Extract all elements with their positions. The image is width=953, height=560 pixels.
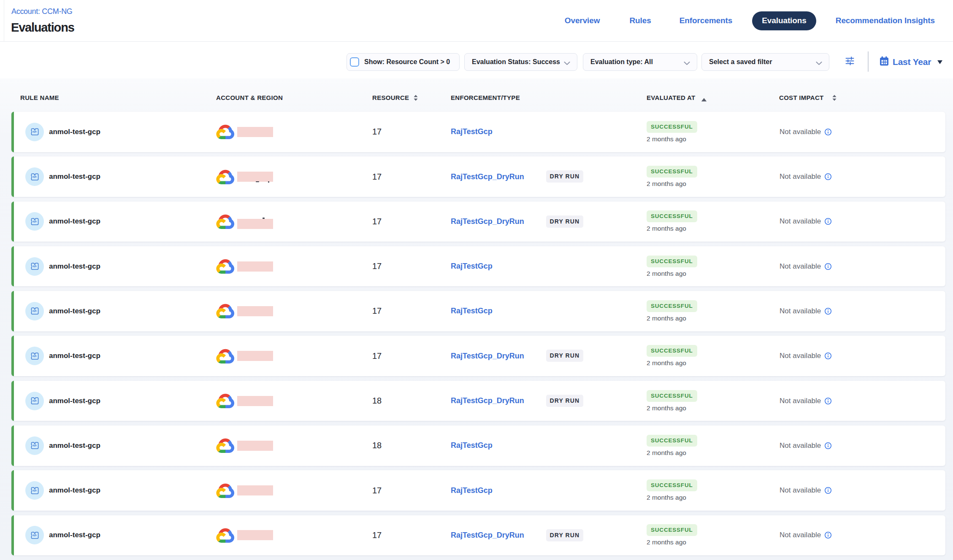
show-resource-count-toggle[interactable]: Show: Resource Count > 0: [347, 53, 460, 71]
checkbox[interactable]: [350, 57, 359, 67]
evaluated-time: 2 months ago: [647, 359, 686, 367]
saved-filter-dropdown[interactable]: Select a saved filter: [701, 53, 829, 71]
calendar-icon: [880, 56, 889, 68]
evaluated-at-cell: SUCCESSFUL 2 months ago: [647, 470, 697, 511]
dry-run-badge: DRY RUN: [546, 215, 583, 228]
info-icon[interactable]: [824, 487, 832, 494]
gcp-logo-icon: [216, 515, 234, 556]
cost-impact-cell: Not available: [780, 515, 832, 556]
enforcement-link[interactable]: RajTestGcp_DryRun: [451, 336, 524, 376]
rule-name: anmol-test-gcp: [49, 202, 100, 242]
caret-down-icon: [937, 60, 942, 64]
info-icon[interactable]: [824, 218, 832, 225]
table-row[interactable]: anmol-test-gcp 17 RajTestGcp SUCCESSFUL …: [11, 470, 945, 511]
page-header: Account: CCM-NG Evaluations OverviewRule…: [0, 0, 953, 42]
cost-impact-cell: Not available: [780, 156, 832, 197]
rule-avatar: [25, 392, 44, 410]
table-header: RULE NAME ACCOUNT & REGION RESOURCE ENFO…: [0, 78, 953, 112]
col-rule-name[interactable]: RULE NAME: [20, 94, 59, 101]
cost-impact-cell: Not available: [780, 246, 832, 287]
tab-overview[interactable]: Overview: [565, 16, 600, 25]
row-status-accent: [11, 112, 14, 152]
status-badge: SUCCESSFUL: [647, 479, 697, 491]
cost-impact-cell: Not available: [780, 381, 832, 421]
custom-rule-icon: [31, 263, 39, 270]
info-icon[interactable]: [824, 397, 832, 405]
rule-name: anmol-test-gcp: [49, 246, 100, 287]
rule-avatar: [25, 302, 44, 320]
tab-rules[interactable]: Rules: [629, 16, 651, 25]
enforcement-link[interactable]: RajTestGcp: [451, 246, 493, 287]
evaluation-type-dropdown[interactable]: Evaluation type: All: [583, 53, 697, 71]
table-row[interactable]: anmol-test-gcp 17 RajTestGcp SUCCESSFUL …: [11, 246, 945, 287]
rule-name: anmol-test-gcp: [49, 515, 100, 556]
table-row[interactable]: anmol-test-gcp 18 RajTestGcp_DryRun DRY …: [11, 381, 945, 421]
gcp-logo-icon: [216, 291, 234, 331]
chevron-down-icon: [684, 59, 690, 67]
info-icon[interactable]: [824, 307, 832, 315]
table-row[interactable]: anmol-test-gcp 17 RajTestGcp SUCCESSFUL …: [11, 291, 945, 331]
enforcement-link[interactable]: RajTestGcp: [451, 470, 493, 511]
cost-impact-text: Not available: [780, 307, 821, 315]
resource-count: 17: [372, 156, 382, 197]
status-badge: SUCCESSFUL: [647, 345, 697, 357]
sort-icon[interactable]: [413, 94, 418, 103]
enforcement-link[interactable]: RajTestGcp: [451, 112, 493, 152]
table-row[interactable]: anmol-test-gcp 17 RajTestGcp_DryRun DRY …: [11, 336, 945, 376]
col-resource[interactable]: RESOURCE: [372, 94, 409, 101]
resource-count: 18: [372, 425, 382, 466]
dry-run-badge: DRY RUN: [546, 529, 583, 541]
enforcement-link[interactable]: RajTestGcp: [451, 291, 493, 331]
gcp-logo-icon: [216, 246, 234, 287]
col-cost-impact[interactable]: COST IMPACT: [779, 94, 824, 101]
status-badge: SUCCESSFUL: [647, 210, 697, 222]
col-account-region[interactable]: ACCOUNT & REGION: [216, 94, 283, 101]
redacted-account-name: [237, 530, 273, 540]
breadcrumb-account-link[interactable]: Account: CCM-NG: [11, 7, 73, 16]
table-row[interactable]: anmol-test-gcp 18 RajTestGcp SUCCESSFUL …: [11, 425, 945, 466]
tab-enforcements[interactable]: Enforcements: [680, 16, 733, 25]
page-title: Evaluations: [11, 21, 74, 35]
tab-recommendation-insights[interactable]: Recommendation Insights: [836, 16, 935, 25]
info-icon[interactable]: [824, 173, 832, 180]
date-range-label: Last Year: [893, 57, 931, 67]
enforcement-link[interactable]: RajTestGcp_DryRun: [451, 202, 524, 242]
dry-run-badge: DRY RUN: [546, 170, 583, 183]
evaluated-time: 2 months ago: [647, 404, 686, 412]
custom-rule-icon: [31, 173, 39, 180]
table-row[interactable]: anmol-test-gcp 17 RajTestGcp_DryRun DRY …: [11, 202, 945, 242]
sort-asc-icon[interactable]: [701, 96, 707, 103]
enforcement-link[interactable]: RajTestGcp_DryRun: [451, 156, 524, 197]
col-evaluated-at[interactable]: EVALUATED AT: [647, 94, 696, 101]
rule-avatar: [25, 167, 44, 186]
enforcement-link[interactable]: RajTestGcp_DryRun: [451, 381, 524, 421]
evaluated-at-cell: SUCCESSFUL 2 months ago: [647, 291, 697, 331]
custom-rule-icon: [31, 128, 39, 135]
info-icon[interactable]: [824, 352, 832, 360]
evaluation-status-dropdown[interactable]: Evaluation Status: Success: [464, 53, 577, 71]
info-icon[interactable]: [824, 442, 832, 450]
cost-impact-cell: Not available: [780, 202, 832, 242]
col-enforcement-type[interactable]: ENFORCEMENT/TYPE: [451, 94, 520, 101]
resource-count: 18: [372, 381, 382, 421]
table-row[interactable]: anmol-test-gcp 17 RajTestGcp SUCCESSFUL …: [11, 112, 945, 152]
date-range-picker[interactable]: Last Year: [880, 53, 942, 71]
enforcement-link[interactable]: RajTestGcp: [451, 425, 493, 466]
redacted-account-name: [237, 485, 273, 495]
status-badge: SUCCESSFUL: [647, 300, 697, 312]
evaluated-time: 2 months ago: [647, 270, 686, 277]
table-row[interactable]: anmol-test-gcp 17 RajTestGcp_DryRun DRY …: [11, 156, 945, 197]
cost-impact-text: Not available: [780, 217, 821, 226]
row-status-accent: [11, 381, 14, 421]
tab-evaluations[interactable]: Evaluations: [752, 11, 816, 30]
evaluated-at-cell: SUCCESSFUL 2 months ago: [647, 156, 697, 197]
sort-icon[interactable]: [832, 94, 837, 103]
filter-settings-icon[interactable]: [845, 57, 854, 67]
row-status-accent: [11, 291, 14, 331]
enforcement-link[interactable]: RajTestGcp_DryRun: [451, 515, 524, 556]
info-icon[interactable]: [824, 128, 832, 136]
info-icon[interactable]: [824, 263, 832, 270]
table-row[interactable]: anmol-test-gcp 17 RajTestGcp_DryRun DRY …: [11, 515, 945, 556]
info-icon[interactable]: [824, 531, 832, 539]
cost-impact-text: Not available: [780, 262, 821, 271]
